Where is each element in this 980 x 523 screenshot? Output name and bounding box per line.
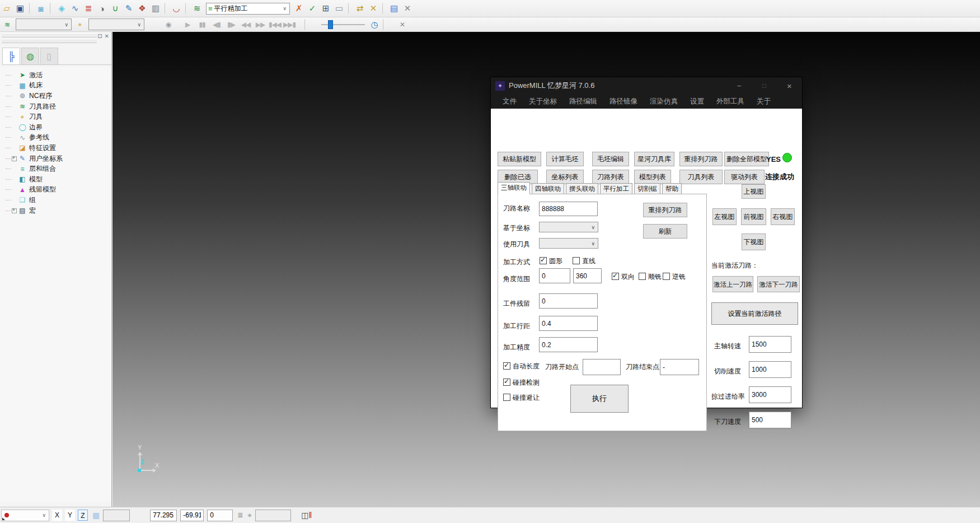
view-front-button[interactable]: 前视图: [741, 208, 766, 225]
menu-item[interactable]: 关于: [751, 97, 777, 106]
activate-next-button[interactable]: 激活下一刀路: [757, 276, 800, 292]
dialog-button[interactable]: 模型列表: [634, 170, 671, 184]
tool-holder-icon[interactable]: ▥: [149, 2, 162, 15]
save-project-icon[interactable]: ▣: [13, 2, 27, 15]
rearrange-toolpath-button[interactable]: 重排列刀路: [643, 203, 687, 217]
grid-snap-icon[interactable]: ▦: [92, 511, 100, 520]
axis-z-button[interactable]: Z: [78, 510, 88, 521]
collision-avoid-checkbox[interactable]: [503, 394, 510, 401]
tree-item-workplane[interactable]: ✎ 用户坐标系: [3, 153, 111, 164]
tab[interactable]: 摆头联动: [566, 183, 598, 194]
view-left-button[interactable]: 左视图: [712, 208, 737, 225]
expander-icon[interactable]: [12, 208, 17, 213]
menu-item[interactable]: 路径编辑: [563, 97, 603, 106]
tree-item-pattern[interactable]: ∿ 参考线: [3, 133, 111, 143]
separator[interactable]: [165, 3, 168, 14]
bidirectional-checkbox[interactable]: [612, 273, 619, 280]
points-icon[interactable]: ❖: [135, 2, 149, 15]
line-checkbox[interactable]: [573, 257, 580, 264]
dialog-button[interactable]: 坐标列表: [546, 170, 584, 184]
dialog-button[interactable]: 粘贴新模型: [498, 152, 541, 166]
coord-y-field[interactable]: [180, 510, 204, 521]
open-project-icon[interactable]: ▱: [0, 2, 13, 15]
fast-forward-icon[interactable]: ▶▶: [253, 19, 268, 30]
dialog-button[interactable]: 重排列刀路: [679, 152, 723, 166]
toolpath-cancel-icon[interactable]: ✗: [292, 2, 306, 15]
start-point-input[interactable]: [583, 359, 621, 375]
axis-y-button[interactable]: Y: [65, 510, 75, 521]
plunge-speed-input[interactable]: [749, 412, 791, 428]
panel-grip-bar[interactable]: [2, 39, 97, 43]
conventional-checkbox[interactable]: [663, 273, 670, 280]
separator[interactable]: [50, 3, 54, 14]
step-forward-icon[interactable]: ▮▶: [224, 19, 238, 30]
eraser-icon[interactable]: ◙: [34, 2, 48, 15]
expander-icon[interactable]: [12, 198, 17, 203]
block-icon[interactable]: ◈: [55, 2, 68, 15]
tab[interactable]: 四轴联动: [532, 183, 564, 194]
separator[interactable]: [185, 3, 189, 14]
tool-ball-icon[interactable]: ◑: [95, 2, 109, 15]
sim-speed-clock-icon[interactable]: ◷: [368, 19, 381, 30]
minimize-button[interactable]: –: [726, 77, 752, 94]
tree-item-nc-program[interactable]: ⊚ NC程序: [3, 91, 111, 101]
menu-item[interactable]: 文件: [496, 97, 523, 106]
tree-item-machine[interactable]: ▦ 机床: [3, 81, 111, 91]
chevron-down-icon[interactable]: ∨: [42, 512, 49, 518]
chevron-down-icon[interactable]: ∨: [591, 225, 598, 230]
play-icon[interactable]: ▶: [180, 19, 195, 30]
toolpath-verify-icon[interactable]: ✓: [306, 2, 319, 15]
auto-length-checkbox[interactable]: [503, 362, 510, 370]
measure-arrows-icon[interactable]: ✕: [367, 2, 380, 15]
set-active-path-button[interactable]: 设置当前激活路径: [711, 302, 798, 325]
trash-tab[interactable]: ▯: [40, 48, 58, 64]
slider-handle[interactable]: [328, 20, 333, 29]
dialog-button[interactable]: 驱动列表: [724, 170, 765, 184]
tree-item-group[interactable]: ❏ 组: [3, 195, 111, 206]
page-icon[interactable]: ◫‖: [301, 511, 312, 520]
refresh-button[interactable]: 刷新: [643, 224, 687, 239]
measure-field[interactable]: [255, 510, 291, 521]
boundary-icon[interactable]: ∪: [109, 2, 122, 15]
toolpath-name-input[interactable]: [539, 202, 598, 216]
separator[interactable]: [348, 3, 352, 14]
go-start-icon[interactable]: ▮◀◀: [268, 19, 282, 30]
tree-item-activate[interactable]: ➤ 激活: [3, 70, 111, 81]
climb-checkbox[interactable]: [639, 273, 646, 280]
dialog-button[interactable]: 计算毛坯: [546, 152, 584, 166]
dialog-button[interactable]: 刀路列表: [592, 170, 629, 184]
active-toolpath-combo[interactable]: ≡ 平行精加工 ∨: [206, 3, 290, 15]
based-coord-combo[interactable]: ∨: [539, 222, 598, 232]
separator[interactable]: [29, 3, 33, 14]
tree-item-feature-set[interactable]: ◪ 特征设置: [3, 143, 111, 153]
pause-icon[interactable]: ▮▮: [195, 19, 209, 30]
stepover-input[interactable]: [539, 316, 598, 331]
snap-value-field[interactable]: [103, 510, 130, 521]
maximize-button[interactable]: □: [752, 77, 777, 94]
execute-button[interactable]: 执行: [570, 385, 629, 413]
tree-item-stock-model[interactable]: ▲ 残留模型: [3, 185, 111, 195]
axis-x-button[interactable]: X: [52, 510, 62, 521]
viewport-3d[interactable]: Y X Z ✦ PowerMILL 忆梦星河 7.0.6 – □ × 文: [112, 32, 980, 507]
view-top-button[interactable]: 上视图: [742, 184, 766, 199]
tool-swap-icon[interactable]: ⇄: [353, 2, 367, 15]
menu-item[interactable]: 关于坐标: [523, 97, 563, 106]
view-right-button[interactable]: 右视图: [771, 208, 795, 225]
expander-icon[interactable]: [12, 146, 17, 151]
rewind-icon[interactable]: ◀◀: [238, 19, 253, 30]
expander-icon[interactable]: [12, 166, 17, 171]
chevron-down-icon[interactable]: ∨: [134, 22, 144, 27]
expander-icon[interactable]: [12, 125, 17, 130]
tree-item-boundary[interactable]: ◯ 边界: [3, 122, 111, 133]
calculator-icon[interactable]: ⊞: [319, 2, 332, 15]
globe-tab[interactable]: ◍: [21, 48, 39, 64]
separator[interactable]: [382, 3, 386, 14]
angle-from-input[interactable]: [539, 268, 570, 283]
chevron-down-icon[interactable]: ∨: [280, 6, 289, 11]
dialog-button[interactable]: 毛坯编辑: [592, 152, 629, 166]
library-books-icon[interactable]: ▤: [387, 2, 401, 15]
stock-remain-input[interactable]: [539, 293, 598, 309]
dialog-button[interactable]: 删除全部模型: [724, 152, 769, 166]
expander-icon[interactable]: [12, 177, 17, 182]
sim-toolpath-combo[interactable]: ∨: [16, 18, 72, 30]
